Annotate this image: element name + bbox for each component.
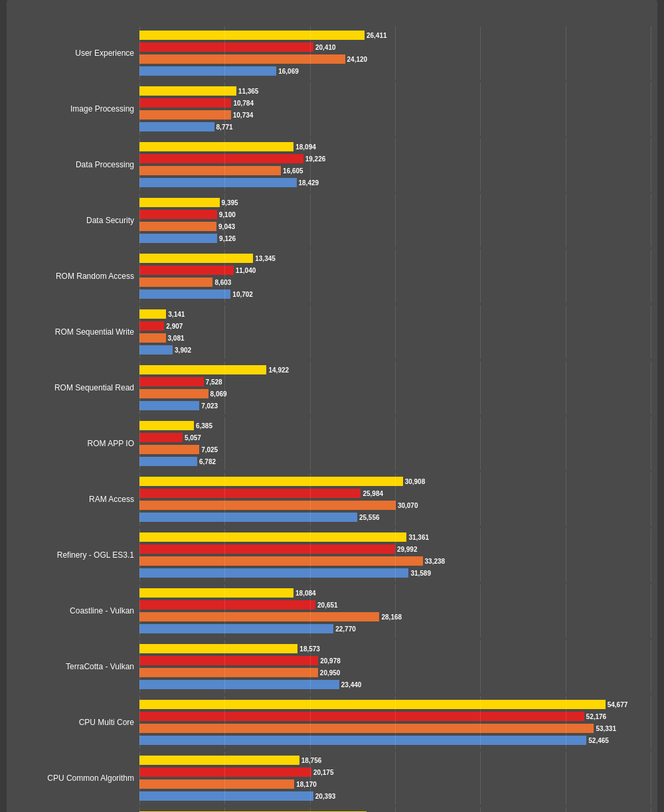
bar-value-label: 6,385 — [196, 422, 212, 430]
bar-yellow — [139, 365, 266, 374]
y-label: ROM Sequential Read — [13, 361, 139, 414]
bar-row: 5,057 — [139, 432, 651, 443]
bar-red — [139, 321, 164, 331]
bar-row: 16,069 — [139, 66, 651, 76]
bar-row: 2,907 — [139, 321, 651, 331]
group-row: ROM Sequential Read14,9227,5288,0697,023 — [13, 361, 651, 414]
bar-yellow — [139, 31, 365, 40]
bar-row: 8,603 — [139, 277, 651, 287]
bar-value-label: 8,771 — [216, 123, 233, 131]
bar-red — [139, 544, 395, 554]
bar-row: 10,784 — [139, 98, 651, 108]
bar-value-label: 6,782 — [199, 458, 216, 465]
bar-value-label: 3,081 — [168, 335, 185, 342]
bar-value-label: 10,784 — [233, 100, 254, 107]
bar-row: 10,734 — [139, 110, 651, 120]
bar-row: 24,120 — [139, 54, 651, 64]
bar-value-label: 33,238 — [425, 558, 446, 565]
bar-row: 20,651 — [139, 600, 651, 610]
bar-value-label: 18,756 — [301, 757, 322, 764]
bar-row: 9,043 — [139, 221, 651, 232]
bar-value-label: 20,410 — [315, 44, 336, 51]
bar-row: 20,175 — [139, 767, 651, 777]
bar-red — [139, 210, 217, 219]
bar-row: 6,782 — [139, 456, 651, 467]
y-label: ROM Sequential Write — [13, 305, 139, 359]
bar-row: 31,361 — [139, 532, 651, 542]
bar-value-label: 54,677 — [608, 701, 628, 708]
bar-orange — [139, 612, 379, 621]
group-row: User Experience26,41120,41024,12016,069 — [13, 27, 651, 80]
bar-row: 20,950 — [139, 667, 651, 678]
bar-orange — [139, 724, 594, 733]
bar-value-label: 19,226 — [305, 155, 326, 163]
bar-red — [139, 433, 183, 442]
bar-blue — [139, 791, 313, 801]
bar-row: 20,410 — [139, 42, 651, 52]
bar-value-label: 13,345 — [255, 255, 276, 262]
bar-row: 30,070 — [139, 500, 651, 511]
bar-value-label: 31,361 — [408, 534, 429, 541]
bar-row: 18,084 — [139, 588, 651, 598]
bar-value-label: 28,168 — [381, 613, 402, 621]
bar-value-label: 8,603 — [214, 279, 231, 286]
bar-value-label: 16,069 — [278, 68, 299, 75]
bar-red — [139, 42, 313, 52]
bar-value-label: 18,084 — [295, 590, 316, 597]
bar-row: 26,411 — [139, 30, 651, 41]
bar-row: 18,573 — [139, 643, 651, 654]
bar-red — [139, 600, 315, 609]
bar-value-label: 31,589 — [410, 570, 431, 577]
y-label: RAM Access — [13, 473, 139, 526]
bar-row: 18,756 — [139, 755, 651, 766]
bar-yellow — [139, 477, 403, 486]
bar-value-label: 7,023 — [201, 402, 218, 410]
bar-row: 10,702 — [139, 289, 651, 299]
bar-row: 25,556 — [139, 512, 651, 523]
group-row: RAM Access30,90825,98430,07025,556 — [13, 473, 651, 526]
bar-value-label: 7,528 — [206, 378, 222, 386]
bar-blue — [139, 66, 276, 76]
bar-orange — [139, 779, 294, 789]
bar-row: 8,069 — [139, 388, 651, 399]
bar-yellow — [139, 142, 293, 151]
bar-value-label: 11,040 — [236, 267, 256, 274]
bar-value-label: 20,950 — [320, 669, 341, 677]
bar-value-label: 7,025 — [201, 446, 218, 453]
group-row: CPU Mathematics26,68427,46224,89327,447 — [13, 807, 651, 812]
y-label: CPU Multi Core — [13, 696, 139, 749]
bar-row: 3,081 — [139, 333, 651, 343]
bar-value-label: 20,651 — [317, 602, 338, 609]
bar-row: 28,168 — [139, 611, 651, 622]
bar-value-label: 52,465 — [588, 737, 609, 744]
bar-blue — [139, 568, 408, 578]
bar-yellow — [139, 86, 236, 96]
bar-value-label: 25,556 — [359, 514, 380, 521]
y-label: User Experience — [13, 27, 139, 80]
group-row: CPU Common Algorithm18,75620,17518,17020… — [13, 752, 651, 805]
bar-row: 16,605 — [139, 165, 651, 176]
bar-blue — [139, 680, 339, 689]
bar-value-label: 29,992 — [397, 546, 418, 553]
bar-value-label: 22,770 — [335, 625, 356, 633]
bar-row: 22,770 — [139, 623, 651, 634]
bar-row: 53,331 — [139, 723, 651, 734]
bar-value-label: 14,922 — [268, 366, 289, 374]
bar-yellow — [139, 532, 406, 542]
bar-row: 6,385 — [139, 420, 651, 431]
bar-row: 54,677 — [139, 699, 651, 710]
bar-value-label: 20,393 — [315, 793, 336, 800]
bar-value-label: 18,429 — [299, 179, 319, 187]
group-row: Coastline - Vulkan18,08420,65128,16822,7… — [13, 584, 651, 637]
bar-red — [139, 377, 204, 386]
y-label: CPU Mathematics — [13, 807, 139, 812]
bar-value-label: 16,605 — [283, 167, 303, 175]
bar-value-label: 9,395 — [222, 199, 238, 206]
bar-value-label: 30,908 — [405, 478, 426, 485]
bar-row: 18,094 — [139, 141, 651, 152]
bar-row: 7,023 — [139, 400, 651, 411]
bar-row: 7,528 — [139, 376, 651, 387]
bar-value-label: 53,331 — [596, 725, 616, 732]
bar-row: 18,429 — [139, 177, 651, 188]
bar-value-label: 20,175 — [313, 769, 334, 776]
